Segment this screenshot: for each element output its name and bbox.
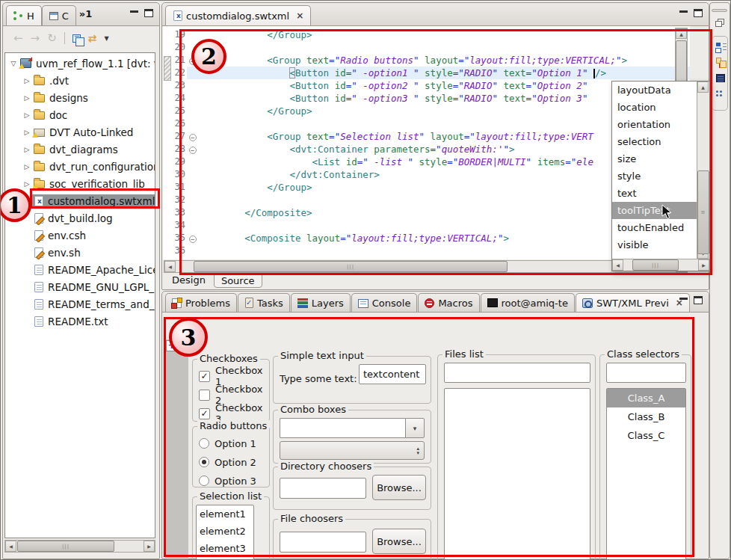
checkbox-checkbox-1[interactable]: ✓Checkbox 1 <box>199 370 269 382</box>
fold-column[interactable]: − <box>187 130 198 143</box>
collapse-icon[interactable]: − <box>189 134 197 141</box>
combo-box-1[interactable]: ▾ <box>280 418 425 438</box>
combo-field[interactable] <box>280 418 405 438</box>
tree-item-designs[interactable]: ▷designs <box>5 89 155 106</box>
directory-field[interactable] <box>280 478 366 499</box>
files-filter-field[interactable] <box>444 363 590 383</box>
browse-directory-button[interactable]: Browse... <box>372 475 426 500</box>
checkbox-box[interactable] <box>199 390 210 401</box>
completion-item-visible[interactable]: visible <box>612 236 697 253</box>
compare-files-icon[interactable] <box>716 58 721 64</box>
completion-item-location[interactable]: location <box>612 99 697 116</box>
expand-arrow[interactable]: ▷ <box>22 77 32 84</box>
expand-arrow[interactable]: ▷ <box>22 129 32 136</box>
editor-tab-customdialog[interactable]: customdialog.swtxml × <box>165 5 311 25</box>
collapse-icon[interactable]: − <box>189 147 197 154</box>
minimize-icon[interactable] <box>130 10 138 13</box>
popup-vscrollbar[interactable]: ▲ ≡ ▼ <box>697 81 709 259</box>
checkbox-checkbox-3[interactable]: ✓Checkbox 3 <box>199 407 269 419</box>
completion-item-touchenabled[interactable]: touchEnabled <box>612 219 697 236</box>
file-field[interactable] <box>280 532 366 553</box>
completion-item-size[interactable]: size <box>612 150 697 167</box>
radio-option-2[interactable]: Option 2 <box>199 456 269 468</box>
tab-overflow-indicator[interactable]: »1 <box>79 8 92 19</box>
tab-problems[interactable]: Problems <box>165 293 237 312</box>
checkbox-box[interactable]: ✓ <box>199 371 210 382</box>
radio-button[interactable] <box>199 457 209 467</box>
expand-arrow[interactable]: ▷ <box>22 94 32 102</box>
completion-item-text[interactable]: text <box>612 185 697 202</box>
popup-hscrollbar[interactable]: ◀ ||| ▶ <box>612 259 709 271</box>
browse-file-button[interactable]: Browse... <box>372 529 426 554</box>
forward-button[interactable]: → <box>31 33 40 44</box>
scroll-up-icon[interactable]: ▲ <box>697 81 709 93</box>
class-filter-field[interactable] <box>606 363 686 383</box>
scroll-thumb[interactable]: ≡ <box>697 170 709 254</box>
list-item-element1[interactable]: element1 <box>197 505 253 523</box>
tree-item-env-csh[interactable]: env.csh <box>5 227 155 244</box>
code-line-20[interactable]: 20 <box>170 41 690 54</box>
outline-view-icon[interactable] <box>716 43 721 46</box>
tab-root-amiq-te[interactable]: root@amiq-te <box>481 293 575 312</box>
refresh-button[interactable]: ↻ <box>47 33 57 44</box>
expand-arrow[interactable]: ▷ <box>22 180 32 188</box>
tree-item-dvt[interactable]: ▷.dvt <box>5 72 155 89</box>
tree-item-uvm-ref-flow-1-1-dvt-v[interactable]: ▽uvm_ref_flow_1.1 [dvt: v <box>5 55 155 72</box>
scroll-thumb[interactable]: ||| <box>194 261 508 272</box>
checkbox-box[interactable]: ✓ <box>199 408 210 419</box>
chevron-down-icon[interactable]: ▾ <box>416 451 419 455</box>
combo-box-2[interactable]: ▴▾ <box>280 441 425 460</box>
class-item-class-b[interactable]: Class_B <box>607 407 685 426</box>
link-with-editor-button[interactable]: ⇄ <box>88 32 97 44</box>
fold-column[interactable]: − <box>187 143 198 156</box>
scroll-left-icon[interactable]: ◀ <box>612 259 623 271</box>
view-menu-button[interactable]: ▼ <box>104 35 108 42</box>
scroll-up-icon[interactable]: ▲ <box>676 28 687 39</box>
tab-source[interactable]: Source <box>214 274 262 288</box>
tree-item-readme-gnu-lgpl[interactable]: README_GNU_LGPL_ <box>5 278 155 295</box>
class-item-class-a[interactable]: Class_A <box>607 389 685 407</box>
tree-item-doc[interactable]: ▷doc <box>5 106 155 123</box>
collapse-all-button[interactable] <box>73 34 81 43</box>
tree-item-env-sh[interactable]: env.sh <box>5 244 155 261</box>
tab-design[interactable]: Design <box>165 274 212 286</box>
tree-item-readme-txt[interactable]: README.txt <box>5 313 155 330</box>
completion-item-tooltiptext[interactable]: toolTipText <box>612 202 697 219</box>
files-list[interactable] <box>444 388 590 560</box>
stack-view-icon[interactable] <box>716 74 725 82</box>
scroll-right-icon[interactable]: ▶ <box>698 259 709 271</box>
code-line-21[interactable]: 21− <Group text="Radio buttons" layout="… <box>170 54 690 67</box>
dots-view-icon[interactable] <box>716 90 724 98</box>
minimize-icon[interactable] <box>679 10 688 13</box>
code-line-22[interactable]: 22 <Button id=" -option1 " style="RADIO"… <box>170 67 690 79</box>
tab-swt-xml-previ[interactable]: SWT/XML Previ× <box>576 293 690 312</box>
scroll-thumb[interactable]: ||| <box>632 259 679 271</box>
tab-tasks[interactable]: Tasks <box>238 293 290 312</box>
tree-item-readme-terms-and[interactable]: README_terms_and_ <box>5 295 155 313</box>
code-line-19[interactable]: 19 </Group> <box>170 28 690 41</box>
tree-item-dvt-run-configuration[interactable]: ▷dvt_run_configuration <box>5 158 155 175</box>
selection-list[interactable]: element1element2element3 <box>196 505 254 560</box>
tab-c-view[interactable]: C <box>42 5 76 25</box>
radio-button[interactable] <box>199 476 209 486</box>
explorer-hscrollbar[interactable]: ◀ ||| ▶ <box>4 540 155 553</box>
list-item-element2[interactable]: element2 <box>197 523 253 540</box>
close-icon[interactable]: × <box>296 10 303 21</box>
maximize-icon[interactable] <box>694 9 703 17</box>
minimize-icon[interactable] <box>679 298 688 300</box>
tree-item-dvt-diagrams[interactable]: ▷dvt_diagrams <box>5 141 155 158</box>
maximize-icon[interactable] <box>694 296 703 304</box>
fold-column[interactable]: − <box>187 232 198 244</box>
tree-item-dvt-auto-linked[interactable]: ▷DVT Auto-Linked <box>5 123 155 141</box>
tab-hierarchy-view[interactable]: H <box>6 5 42 25</box>
class-item-class-c[interactable]: Class_C <box>607 426 685 445</box>
maximize-icon[interactable] <box>144 9 153 17</box>
completion-item-layoutdata[interactable]: layoutData <box>612 81 697 99</box>
drag-handle[interactable] <box>712 9 727 12</box>
scroll-right-icon[interactable]: ▶ <box>144 541 155 552</box>
scroll-left-icon[interactable]: ◀ <box>5 541 16 552</box>
editor-hscrollbar[interactable]: ◀ ||| ▶ <box>164 260 688 273</box>
tree-item-soc-verification-lib[interactable]: ▷soc_verification_lib <box>5 175 155 192</box>
radio-option-3[interactable]: Option 3 <box>199 475 269 487</box>
expand-arrow[interactable]: ▷ <box>22 146 32 153</box>
